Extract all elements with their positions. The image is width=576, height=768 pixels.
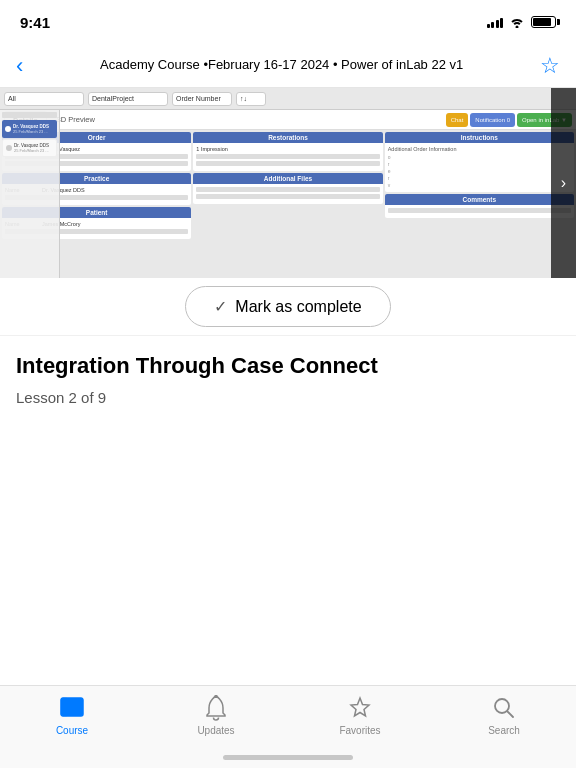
lesson-title: Integration Through Case Connect: [16, 352, 560, 381]
updates-tab-label: Updates: [197, 725, 234, 736]
lesson-subtitle: Lesson 2 of 9: [16, 389, 560, 406]
next-lesson-button[interactable]: ›: [551, 88, 576, 278]
restorations-section: Restorations 1 Impression: [193, 132, 382, 171]
tab-course[interactable]: Course: [0, 694, 144, 736]
status-time: 9:41: [20, 14, 50, 31]
wifi-icon: [509, 16, 525, 28]
checkmark-icon: ✓: [214, 297, 227, 316]
order-num-dropdown: Order Number: [172, 92, 232, 106]
project-dropdown: DentalProject: [88, 92, 168, 106]
instructions-section: Instructions Additional Order Informatio…: [385, 132, 574, 192]
chat-button: Chat: [446, 113, 469, 127]
restorations-header: Restorations: [193, 132, 382, 143]
status-icons: [487, 16, 557, 28]
favorites-tab-label: Favorites: [339, 725, 380, 736]
favorite-button[interactable]: ☆: [536, 49, 564, 83]
mark-complete-bar: ✓ Mark as complete: [0, 278, 576, 336]
status-dropdown: All: [4, 92, 84, 106]
status-bar: 9:41: [0, 0, 576, 44]
svg-rect-1: [61, 698, 68, 716]
course-icon: [58, 694, 86, 722]
mark-complete-button[interactable]: ✓ Mark as complete: [185, 286, 390, 327]
additional-files-header: Additional Files: [193, 173, 382, 184]
back-button[interactable]: ‹: [12, 51, 27, 81]
additional-files-section: Additional Files: [193, 173, 382, 204]
lesson-screenshot: All DentalProject Order Number ↑↓ De: [0, 88, 576, 278]
signal-icon: [487, 16, 504, 28]
home-indicator: [223, 755, 353, 760]
notification-button: Notification 0: [470, 113, 515, 127]
tab-favorites[interactable]: Favorites: [288, 694, 432, 736]
favorites-icon: [346, 694, 374, 722]
preview-area: ‹ All DentalProject Order Number ↑: [0, 88, 576, 278]
sort-button: ↑↓: [236, 92, 266, 106]
tab-updates[interactable]: Updates: [144, 694, 288, 736]
comments-header: Comments: [385, 194, 574, 205]
search-tab-label: Search: [488, 725, 520, 736]
comments-section: Comments: [385, 194, 574, 218]
nav-header: ‹ Academy Course •February 16-17 2024 • …: [0, 44, 576, 88]
svg-line-7: [508, 712, 514, 718]
tab-search[interactable]: Search: [432, 694, 576, 736]
mark-complete-label: Mark as complete: [235, 298, 361, 316]
course-tab-label: Course: [56, 725, 88, 736]
app-body: Order Created by Daniel Vasquez: [0, 130, 576, 278]
updates-icon: [202, 694, 230, 722]
battery-icon: [531, 16, 556, 28]
right-arrow-icon: ›: [561, 174, 566, 192]
instructions-header: Instructions: [385, 132, 574, 143]
main-content: ‹ All DentalProject Order Number ↑: [0, 88, 576, 685]
app-tabs: Details 3D Preview Chat Notification 0 O…: [0, 110, 576, 130]
nav-title: Academy Course •February 16-17 2024 • Po…: [35, 57, 528, 74]
content-area: Integration Through Case Connect Lesson …: [0, 336, 576, 685]
search-icon: [490, 694, 518, 722]
app-filter-bar: All DentalProject Order Number ↑↓: [0, 88, 576, 110]
